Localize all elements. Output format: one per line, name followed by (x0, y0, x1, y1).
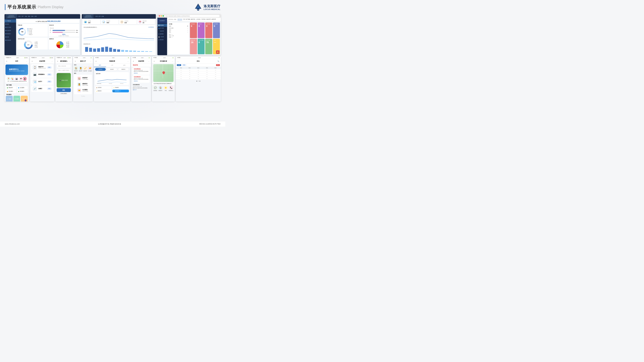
btn-special[interactable]: ⭐ 专项 (164, 86, 168, 91)
more-btn[interactable]: ··· (172, 60, 173, 62)
browser-maximize[interactable] (162, 15, 164, 16)
device-bind-glucose[interactable]: 绑定 (47, 87, 52, 90)
next-btn[interactable]: ▶ (200, 80, 200, 82)
device-bind-watch[interactable]: 绑定 (47, 66, 52, 69)
browser-close[interactable] (159, 15, 160, 16)
trp-sidebar-health[interactable]: ❤健康档案 (158, 32, 167, 35)
tlp-sidebar-overview[interactable]: 可视分析 (4, 19, 16, 22)
tab-diagnosis[interactable]: 诊断管理 (211, 19, 216, 20)
tlp-sidebar-reports[interactable]: 报表 (4, 35, 16, 39)
close-btn[interactable]: ✕ (6, 60, 8, 62)
trp-sidebar-devices[interactable]: 📱设备管理 (158, 29, 167, 32)
special-2[interactable]: 生活援助 (13, 96, 20, 101)
tlp-sidebar-devices[interactable]: 设备管理 (4, 29, 16, 32)
close-btn[interactable]: ✕ (133, 60, 134, 62)
tab-bp[interactable]: 血压 (94, 63, 106, 67)
mode-home[interactable]: 首页模式 (95, 68, 106, 71)
tab-staff[interactable]: 人员信息 (196, 19, 200, 20)
service-therapy[interactable]: 💆 康复理疗 (79, 66, 82, 72)
tab-basic[interactable]: 基本信息 (178, 19, 182, 20)
close-btn[interactable]: ✕ (154, 60, 155, 62)
alert-rating2[interactable]: 查看评级 (134, 80, 148, 82)
m3-input2[interactable]: 请输入人脸图片及验证 (57, 69, 71, 72)
chart-more[interactable]: 点击查看更多 (148, 26, 154, 28)
battery: 🔋100% (67, 57, 71, 58)
btn-home-assist[interactable]: 🏠 家庭助手 (158, 86, 162, 91)
icon-circle: 💊 (10, 77, 14, 80)
device-bind-camera[interactable]: 绑定 (47, 73, 52, 76)
icon-device[interactable]: 📱 设备管理 (23, 77, 27, 82)
more-btn[interactable]: ··· (128, 60, 129, 62)
feat-charge[interactable]: ⚡ 充电模式 (112, 86, 129, 89)
trp-sidebar-users[interactable]: 👥用户管理 (158, 27, 167, 29)
tlp-nav-home[interactable]: 首页 (18, 15, 20, 17)
special-3[interactable]: 个人中心 👤 (21, 96, 28, 101)
special-1[interactable]: 上门服务 (6, 96, 13, 101)
browser-minimize[interactable] (161, 15, 162, 16)
mode-charge[interactable]: 充电模式 (106, 68, 117, 71)
mode-sleep[interactable]: 睡眠模式 (118, 68, 129, 71)
service-housekeep[interactable]: 🧹 家政养护 (84, 66, 87, 72)
notification-badge[interactable]: 🔔 (216, 50, 220, 54)
btn-emergency[interactable]: 📞 应急联系人 (169, 86, 174, 91)
filter-count[interactable]: 数量 (182, 64, 186, 66)
tlp-nav-report[interactable]: 报表 (31, 15, 34, 17)
tlp-nav-device[interactable]: 设备 (25, 15, 27, 17)
menu-assist[interactable]: 生活援助 (17, 86, 28, 89)
m3-confirm-btn[interactable]: 绑定 (57, 88, 71, 92)
safety-link[interactable]: 服务大厅 (133, 89, 149, 91)
btn-message[interactable]: 💬 消息通达 (153, 86, 158, 91)
svc-home-care[interactable]: 🏠 家庭养护 专业护理服务 (76, 76, 90, 81)
trp-sidebar-overview[interactable]: 📊数据概览 (158, 24, 167, 27)
more-btn[interactable]: ··· (90, 60, 92, 62)
feat-sleep[interactable]: 🌙 睡眠模式 (95, 90, 112, 92)
tlp-sidebar-system[interactable]: 系统设置 (4, 39, 16, 42)
tlp-sidebar-users[interactable]: 用户管理 (4, 26, 16, 29)
menu-therapy[interactable]: 康复理疗 (6, 86, 16, 89)
close-btn[interactable]: ✕ (96, 60, 97, 62)
tab-devices[interactable]: 设备管理 (206, 19, 211, 20)
more-btn[interactable]: ··· (52, 60, 53, 62)
more-btn[interactable]: ··· (26, 60, 27, 62)
tab-spo2[interactable]: 血氧 (118, 63, 130, 67)
service-assist[interactable]: 🤝 生活援助 (88, 66, 92, 72)
filter-export[interactable]: 导出 (216, 64, 220, 66)
menu-bed[interactable]: 床位预约 (6, 90, 16, 93)
trp-sidebar-sys[interactable]: ⚙系统设置 (158, 38, 167, 41)
tlp-nav-user[interactable]: 用户 (22, 15, 24, 17)
svc-therapy[interactable]: 💆 康复理疗 康复治疗服务 (76, 82, 90, 87)
svc-assist2[interactable]: 🤝 生活援助 日常生活帮助 (76, 88, 90, 93)
tab-hr[interactable]: 心率 (106, 63, 118, 67)
device-bind-bp[interactable]: 绑定 (47, 80, 52, 83)
tlp-sidebar-summary[interactable]: 概况 (4, 22, 16, 26)
icon-medicine[interactable]: 💊 处方用药 (10, 77, 14, 82)
close-btn[interactable]: ✕ (32, 60, 33, 62)
icon-camera[interactable]: 📷 家庭摄像头 (14, 77, 19, 82)
menu-green[interactable]: 绿色预约 (17, 90, 28, 93)
tlp-nav-data[interactable]: 数据 (28, 15, 30, 17)
tab-order[interactable]: 工单 (183, 19, 185, 20)
tlp-nav-settings[interactable]: 设置 (34, 15, 37, 17)
m3-input1[interactable]: 请输入设备名称 (57, 64, 71, 68)
back-btn[interactable]: ← (178, 60, 179, 62)
search-btn[interactable]: 🔍 (218, 60, 219, 62)
tab-orderlist[interactable]: 工单列表 (201, 19, 206, 20)
trp-sidebar-orders[interactable]: 📋工单管理 (158, 35, 167, 38)
filter-active[interactable]: 总数 (177, 64, 181, 66)
browser-url[interactable]: https://callcenter.health.chinalocu.com/… (164, 15, 220, 17)
service-home-care[interactable]: 🏠 家庭养护 (74, 66, 78, 72)
close-btn[interactable]: ✕ (75, 60, 76, 62)
icon-location[interactable]: 📍 定位 (7, 77, 10, 82)
tab-customer[interactable]: 客户客服 (186, 19, 190, 20)
alert-rating[interactable]: 查看评级 (134, 72, 148, 74)
tab-history[interactable]: 服务历史 (191, 19, 195, 20)
tlp-sidebar-stats[interactable]: 数据统计 (4, 32, 16, 35)
more-btn[interactable]: ··· (69, 60, 71, 62)
feat-home[interactable]: 🏠 首页模式 (95, 86, 112, 89)
m8-status-bar: 40 联通 14:08 🔋 (176, 56, 221, 59)
prev-btn[interactable]: ◀ (196, 80, 197, 82)
icon-health[interactable]: ❤ 健康监测 (19, 77, 23, 82)
more-btn[interactable]: ··· (148, 60, 150, 62)
close-btn[interactable]: ✕ (57, 60, 58, 62)
feat-camera[interactable]: 📷 家庭摄像头:个 (112, 90, 129, 92)
